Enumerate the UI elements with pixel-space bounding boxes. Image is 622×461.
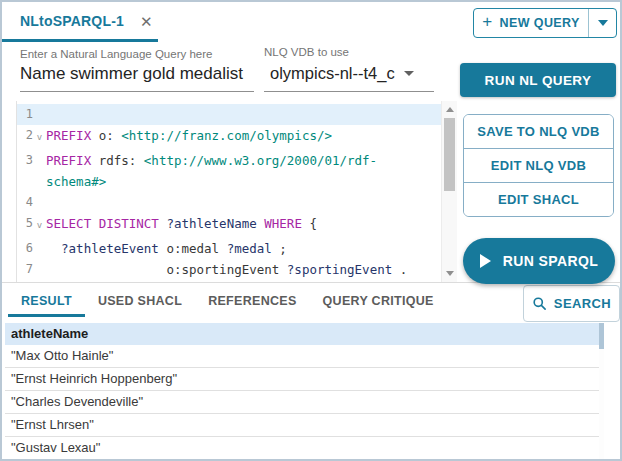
- code-text: PREFIX o: <http://franz.com/olympics/>: [46, 125, 441, 150]
- nltosparql-window: NLtoSPARQL-1 ✕ + NEW QUERY Enter a Natur…: [0, 0, 622, 461]
- editor-line: 2vPREFIX o: <http://franz.com/olympics/>: [17, 125, 441, 150]
- table-row[interactable]: "Charles Devendeville": [5, 391, 599, 414]
- vdb-select[interactable]: NLQ VDB to use olympics-nl--t4_c: [264, 46, 434, 92]
- nl-query-field: Enter a Natural Language Query here: [20, 48, 254, 92]
- caret-down-icon: [598, 20, 608, 26]
- code-text: SELECT DISTINCT ?athleteName WHERE {: [46, 213, 441, 238]
- new-query-label: NEW QUERY: [500, 16, 580, 30]
- save-to-nlq-vdb-button[interactable]: SAVE TO NLQ VDB: [464, 115, 613, 149]
- fold-spacer: [33, 259, 46, 280]
- fold-spacer: [33, 104, 46, 125]
- run-sparql-label: RUN SPARQL: [503, 253, 599, 269]
- caret-down-icon: [404, 71, 414, 76]
- code-text: ?athleteEvent o:medal ?medal ;: [46, 238, 441, 259]
- query-tab-label: NLtoSPARQL-1: [20, 13, 124, 29]
- editor-line: 7 o:sportingEvent ?sportingEvent .: [17, 259, 441, 280]
- line-number: 3: [17, 150, 33, 192]
- scroll-down-icon[interactable]: [446, 271, 454, 276]
- editor-line: 5vSELECT DISTINCT ?athleteName WHERE {: [17, 213, 441, 238]
- run-nl-query-button[interactable]: RUN NL QUERY: [460, 63, 616, 97]
- results-table: athleteName "Max Otto Hainle""Ernst Hein…: [5, 323, 599, 459]
- vdb-actions-group: SAVE TO NLQ VDB EDIT NLQ VDB EDIT SHACL: [463, 114, 614, 217]
- table-row[interactable]: "Ernst Lhrsen": [5, 414, 599, 437]
- query-tab[interactable]: NLtoSPARQL-1 ✕: [2, 2, 167, 40]
- table-row[interactable]: "Gustav Lexau": [5, 437, 599, 459]
- editor-line: 6 ?athleteEvent o:medal ?medal ;: [17, 238, 441, 259]
- sparql-editor[interactable]: 12vPREFIX o: <http://franz.com/olympics/…: [16, 101, 457, 282]
- search-icon: [532, 296, 547, 311]
- editor-line: 4: [17, 192, 441, 213]
- nl-query-input[interactable]: [20, 60, 254, 92]
- results-tab-bar: RESULT USED SHACL REFERENCES QUERY CRITI…: [8, 284, 447, 317]
- editor-line: 1: [17, 104, 441, 125]
- tab-references[interactable]: REFERENCES: [195, 284, 309, 317]
- tab-query-critique[interactable]: QUERY CRITIQUE: [310, 284, 447, 317]
- play-icon: [480, 254, 491, 268]
- close-icon[interactable]: ✕: [140, 14, 153, 29]
- table-scrollbar[interactable]: [599, 323, 604, 459]
- active-tab-underline: [2, 39, 158, 42]
- code-text: o:sportingEvent ?sportingEvent .: [46, 259, 441, 280]
- line-number: 6: [17, 238, 33, 259]
- result-rows: "Max Otto Hainle""Ernst Heinrich Hoppenb…: [5, 345, 599, 459]
- search-button[interactable]: SEARCH: [523, 285, 620, 322]
- editor-line: 3PREFIX rdfs: <http://www.w3.org/2000/01…: [17, 150, 441, 192]
- tab-result[interactable]: RESULT: [8, 284, 85, 317]
- fold-spacer: [33, 238, 46, 259]
- fold-icon[interactable]: v: [33, 213, 46, 238]
- line-number: 7: [17, 259, 33, 280]
- plus-icon: +: [482, 12, 492, 32]
- nl-query-label: Enter a Natural Language Query here: [20, 48, 254, 60]
- vdb-select-label: NLQ VDB to use: [264, 46, 434, 58]
- vdb-selected-value: olympics-nl--t4_c: [270, 64, 395, 83]
- tab-used-shacl[interactable]: USED SHACL: [85, 284, 195, 317]
- line-number: 2: [17, 125, 33, 150]
- editor-scrollbar[interactable]: [441, 101, 457, 282]
- line-number: 1: [17, 104, 33, 125]
- fold-icon[interactable]: v: [33, 125, 46, 150]
- fold-spacer: [33, 150, 46, 192]
- table-scrollbar-thumb[interactable]: [599, 323, 604, 349]
- edit-nlq-vdb-button[interactable]: EDIT NLQ VDB: [464, 149, 613, 183]
- run-sparql-button[interactable]: RUN SPARQL: [463, 238, 615, 284]
- fold-spacer: [33, 192, 46, 213]
- editor-lines: 12vPREFIX o: <http://franz.com/olympics/…: [17, 101, 441, 282]
- scroll-up-icon[interactable]: [446, 107, 454, 112]
- line-number: 5: [17, 213, 33, 238]
- edit-shacl-button[interactable]: EDIT SHACL: [464, 183, 613, 217]
- editor-scrollbar-thumb[interactable]: [444, 118, 455, 191]
- line-number: 4: [17, 192, 33, 213]
- code-text: PREFIX rdfs: <http://www.w3.org/2000/01/…: [46, 150, 441, 192]
- search-label: SEARCH: [554, 296, 611, 311]
- table-row[interactable]: "Ernst Heinrich Hoppenberg": [5, 368, 599, 391]
- code-text: [46, 104, 441, 125]
- table-row[interactable]: "Max Otto Hainle": [5, 345, 599, 368]
- code-text: [46, 192, 441, 213]
- new-query-button[interactable]: + NEW QUERY: [473, 8, 617, 38]
- table-header-athleteName: athleteName: [5, 323, 599, 345]
- new-query-dropdown-toggle[interactable]: [589, 9, 616, 37]
